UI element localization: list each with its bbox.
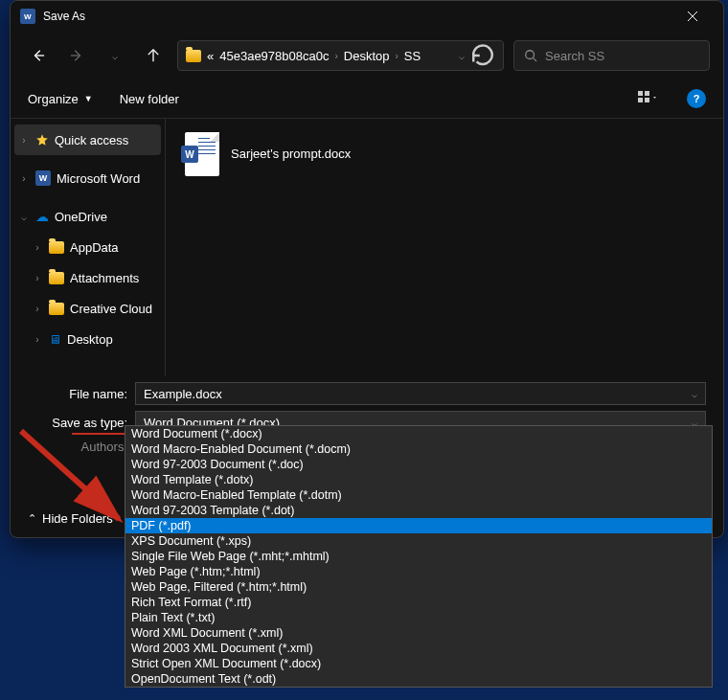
savetype-option[interactable]: Rich Text Format (*.rtf) [125,595,712,610]
sidebar-item-label: OneDrive [55,210,107,224]
svg-rect-9 [645,91,649,96]
savetype-option[interactable]: Single File Web Page (*.mht;*.mhtml) [125,549,712,564]
savetype-option[interactable]: Word Macro-Enabled Template (*.dotm) [125,487,712,503]
chevron-up-icon: ⌃ [28,512,36,525]
recent-dropdown[interactable]: ⌵ [101,41,129,70]
search-input[interactable]: Search SS [513,40,710,71]
hide-folders-button[interactable]: ⌃ Hide Folders [28,511,113,526]
path-seg[interactable]: 45e3ae978b08ca0c [219,49,329,63]
chevron-down-icon[interactable]: ⌵ [692,389,697,399]
path-bar[interactable]: « 45e3ae978b08ca0c › Desktop › SS ⌵ [177,40,504,71]
word-icon: W [35,170,51,186]
savetype-option[interactable]: Word 97-2003 Template (*.dot) [125,503,712,518]
docx-file-icon[interactable]: W [185,132,219,176]
view-button[interactable] [635,88,660,109]
path-prefix: « [207,49,214,63]
sidebar-item-desktop[interactable]: › 🖥 Desktop [14,324,161,354]
savetype-option[interactable]: Word Template (*.dotx) [125,472,712,487]
chevron-right-icon: › [32,273,43,283]
savetype-option[interactable]: OpenDocument Text (*.odt) [125,671,712,687]
desktop-icon: 🖥 [49,332,61,347]
folder-icon [49,272,64,284]
folder-icon [186,50,201,62]
savetype-option[interactable]: Word 97-2003 Document (*.doc) [125,457,712,472]
folder-icon [49,303,64,315]
svg-rect-8 [638,91,643,96]
titlebar: W Save As [11,1,723,32]
savetype-label: Save as type: [28,416,135,430]
sidebar-item-label: Desktop [67,332,113,347]
sidebar-item-label: Quick access [55,133,128,147]
command-toolbar: Organize ▼ New folder ? [11,79,723,118]
refresh-button[interactable] [470,43,495,68]
chevron-right-icon: › [18,135,30,146]
forward-button[interactable] [62,41,91,70]
path-seg[interactable]: SS [404,49,421,63]
filename-label: File name: [28,387,135,401]
savetype-option[interactable]: PDF (*.pdf) [125,518,712,533]
word-app-icon: W [20,9,35,24]
nav-toolbar: ⌵ « 45e3ae978b08ca0c › Desktop › SS ⌵ Se… [11,32,723,79]
folder-icon [49,241,64,254]
help-button[interactable]: ? [687,89,706,108]
savetype-option[interactable]: Strict Open XML Document (*.docx) [125,656,712,671]
file-list[interactable]: W Sarjeet's prompt.docx [166,119,723,376]
star-icon [35,133,49,147]
savetype-option[interactable]: Plain Text (*.txt) [125,610,712,625]
sidebar-item-attachments[interactable]: › Attachments [14,262,161,293]
organize-button[interactable]: Organize ▼ [28,92,93,106]
svg-text:W: W [24,12,32,21]
chevron-right-icon: › [32,304,43,314]
savetype-option[interactable]: Web Page (*.htm;*.html) [125,564,712,579]
svg-point-6 [526,51,535,59]
chevron-right-icon: › [32,242,43,253]
sidebar-item-quick-access[interactable]: › Quick access [14,124,161,155]
new-folder-button[interactable]: New folder [120,92,179,106]
main-area: › Quick access › W Microsoft Word ⌵ ☁ On… [11,118,723,376]
back-button[interactable] [24,41,53,70]
sidebar-item-creative-cloud[interactable]: › Creative Cloud [14,293,161,324]
chevron-right-icon: › [18,173,30,184]
savetype-option[interactable]: Word 2003 XML Document (*.xml) [125,641,712,656]
filename-input[interactable]: Example.docx ⌵ [135,382,706,405]
cloud-icon: ☁ [35,209,49,224]
svg-rect-11 [645,98,649,102]
svg-line-7 [534,58,537,62]
authors-label: Authors: [28,440,135,454]
savetype-option[interactable]: Word Document (*.docx) [125,426,712,441]
sidebar-item-label: Attachments [70,271,139,285]
sidebar-item-onedrive[interactable]: ⌵ ☁ OneDrive [14,201,161,232]
chevron-right-icon: › [32,334,43,345]
up-button[interactable] [139,41,168,70]
savetype-option[interactable]: Word Macro-Enabled Document (*.docm) [125,441,712,457]
chevron-icon: › [334,51,337,61]
sidebar-item-label: Creative Cloud [70,302,152,316]
close-button[interactable] [671,3,714,30]
file-name[interactable]: Sarjeet's prompt.docx [231,147,351,163]
sidebar-item-appdata[interactable]: › AppData [14,232,161,262]
search-placeholder: Search SS [545,49,604,63]
sidebar: › Quick access › W Microsoft Word ⌵ ☁ On… [11,119,166,376]
savetype-option[interactable]: Word XML Document (*.xml) [125,625,712,641]
path-seg[interactable]: Desktop [344,49,390,63]
savetype-dropdown[interactable]: Word Document (*.docx)Word Macro-Enabled… [125,425,713,688]
chevron-down-icon: ⌵ [18,212,30,222]
sidebar-item-label: Microsoft Word [57,171,140,186]
savetype-option[interactable]: XPS Document (*.xps) [125,533,712,549]
sidebar-item-label: AppData [70,240,119,255]
savetype-option[interactable]: Web Page, Filtered (*.htm;*.html) [125,579,712,595]
sidebar-item-word[interactable]: › W Microsoft Word [14,163,161,193]
window-title: Save As [43,10,85,23]
chevron-icon: › [396,51,398,61]
path-dropdown-icon[interactable]: ⌵ [459,51,465,61]
svg-rect-10 [638,98,643,102]
